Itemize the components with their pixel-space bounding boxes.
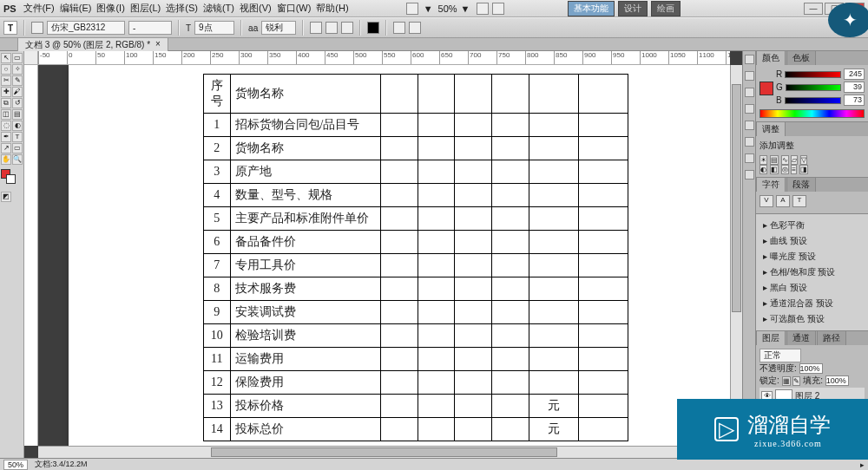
history-panel-icon[interactable]: [745, 55, 754, 64]
font-family-select[interactable]: 仿宋_GB2312: [47, 21, 125, 35]
history-brush-tool[interactable]: ↺: [12, 98, 23, 108]
wand-tool[interactable]: ✧: [12, 64, 23, 75]
align-right-icon[interactable]: [341, 22, 353, 34]
char-panel-icon[interactable]: [409, 22, 421, 34]
workspace-paint[interactable]: 绘画: [651, 1, 681, 16]
menubar-zoom[interactable]: 50%: [438, 3, 457, 14]
opacity-value[interactable]: 100%: [799, 363, 823, 374]
align-left-icon[interactable]: [310, 22, 322, 34]
preset-item[interactable]: ▸ 色相/饱和度 预设: [760, 264, 865, 280]
fill-value[interactable]: 100%: [825, 375, 849, 386]
move-tool[interactable]: ↖: [1, 53, 11, 63]
char-panel-icon2[interactable]: [745, 121, 754, 130]
menubar-icon[interactable]: [406, 3, 418, 15]
menu-select[interactable]: 选择(S): [166, 2, 198, 15]
blur-tool[interactable]: ◌: [1, 121, 11, 131]
b-slider[interactable]: [785, 97, 841, 104]
menubar-hand-icon[interactable]: [477, 3, 489, 15]
adj-photo-icon[interactable]: ◎: [781, 165, 789, 174]
workspace-design[interactable]: 设计: [618, 1, 648, 16]
shape-tool[interactable]: ▭: [12, 143, 23, 153]
document-page[interactable]: 序号货物名称1招标货物合同包/品目号2货物名称3原产地4数量、型号、规格5主要产…: [69, 65, 730, 446]
menu-filter[interactable]: 滤镜(T): [203, 2, 234, 15]
preset-item[interactable]: ▸ 曝光度 预设: [760, 249, 865, 264]
tab-character[interactable]: 字符: [756, 177, 786, 192]
scrollbar-v-thumb[interactable]: [732, 84, 741, 312]
menu-image[interactable]: 图像(I): [96, 2, 124, 15]
adj-bw-icon[interactable]: ◧: [770, 165, 779, 174]
char-a-icon[interactable]: A: [776, 195, 790, 207]
warp-text-icon[interactable]: [393, 22, 405, 34]
bg-color[interactable]: [6, 174, 16, 184]
r-value[interactable]: 245: [844, 69, 865, 80]
tab-paragraph[interactable]: 段落: [786, 177, 816, 192]
document-tab[interactable]: 文档 3 @ 50% (图层 2, RGB/8) * ×: [17, 37, 168, 52]
tab-layers[interactable]: 图层: [756, 330, 786, 345]
lock-trans-icon[interactable]: ▦: [782, 376, 791, 386]
orientation-icon[interactable]: [31, 22, 43, 34]
blend-mode-select[interactable]: 正常: [760, 349, 801, 362]
scrollbar-vertical[interactable]: [730, 65, 742, 446]
tab-swatches[interactable]: 色板: [786, 50, 816, 65]
tab-adjust[interactable]: 调整: [756, 121, 786, 136]
dodge-tool[interactable]: ◐: [12, 121, 23, 131]
adj-invert-icon[interactable]: ◨: [799, 165, 808, 174]
adj-hue-icon[interactable]: ◐: [760, 165, 767, 174]
aa-select[interactable]: 锐利: [261, 21, 296, 35]
marquee-tool[interactable]: ▭: [12, 53, 23, 63]
char-v-icon[interactable]: V: [760, 195, 773, 207]
menu-layer[interactable]: 图层(L): [130, 2, 161, 15]
path-tool[interactable]: ↗: [1, 143, 11, 153]
font-size-select[interactable]: 9点: [194, 21, 234, 35]
tab-color[interactable]: 颜色: [756, 50, 786, 65]
lasso-tool[interactable]: ○: [1, 64, 11, 75]
heal-tool[interactable]: ✚: [1, 87, 11, 97]
menu-view[interactable]: 视图(V): [240, 2, 272, 15]
minimize-button[interactable]: —: [804, 3, 823, 15]
hand-tool[interactable]: ✋: [1, 154, 11, 165]
menu-window[interactable]: 窗口(W): [277, 2, 312, 15]
ruler-vertical[interactable]: [24, 65, 38, 446]
clone-panel-icon[interactable]: [745, 104, 754, 114]
quickmask-tool[interactable]: ◩: [1, 192, 11, 202]
g-value[interactable]: 39: [844, 82, 865, 93]
menu-edit[interactable]: 编辑(E): [60, 2, 92, 15]
menu-help[interactable]: 帮助(H): [316, 2, 348, 15]
preset-item[interactable]: ▸ 通道混合器 预设: [760, 296, 865, 311]
brush-tool[interactable]: 🖌: [12, 87, 23, 97]
font-weight-select[interactable]: -: [128, 21, 172, 35]
preset-item[interactable]: ▸ 色彩平衡: [760, 218, 865, 233]
preset-item[interactable]: ▸ 黑白 预设: [760, 280, 865, 296]
hue-strip[interactable]: [760, 109, 865, 118]
scrollbar-horizontal[interactable]: [38, 446, 730, 458]
crop-tool[interactable]: ✂: [1, 75, 11, 86]
gradient-tool[interactable]: ▤: [12, 109, 23, 120]
tab-paths[interactable]: 路径: [817, 330, 846, 345]
menu-file[interactable]: 文件(F): [23, 2, 55, 15]
para-panel-icon[interactable]: [745, 137, 754, 147]
close-strip-icon[interactable]: [745, 170, 754, 180]
workspace-basic[interactable]: 基本功能: [568, 1, 615, 16]
status-zoom[interactable]: 50%: [3, 460, 28, 470]
styles-panel-icon[interactable]: [745, 153, 754, 163]
eraser-tool[interactable]: ◫: [1, 109, 11, 120]
color-swatch[interactable]: [1, 169, 23, 184]
color-preview[interactable]: [760, 82, 773, 95]
tab-channels[interactable]: 通道: [786, 330, 816, 345]
text-color-swatch[interactable]: [367, 22, 379, 34]
r-slider[interactable]: [785, 71, 841, 78]
pen-tool[interactable]: ✒: [1, 132, 11, 142]
adj-mixer-icon[interactable]: ≡: [791, 165, 797, 174]
text-tool-icon[interactable]: T: [3, 21, 17, 35]
b-value[interactable]: 73: [844, 95, 865, 106]
align-center-icon[interactable]: [326, 22, 338, 34]
zoom-tool[interactable]: 🔍: [12, 154, 23, 165]
actions-panel-icon[interactable]: [745, 71, 754, 81]
brushes-panel-icon[interactable]: [745, 88, 754, 97]
eyedropper-tool[interactable]: ✎: [12, 75, 23, 86]
char-t-icon[interactable]: T: [792, 195, 806, 207]
ruler-horizontal[interactable]: -500501001502002503003504004505005506006…: [38, 51, 730, 65]
g-slider[interactable]: [786, 84, 841, 91]
menubar-grid-icon[interactable]: [492, 3, 504, 15]
document-tab-close[interactable]: ×: [155, 39, 161, 51]
